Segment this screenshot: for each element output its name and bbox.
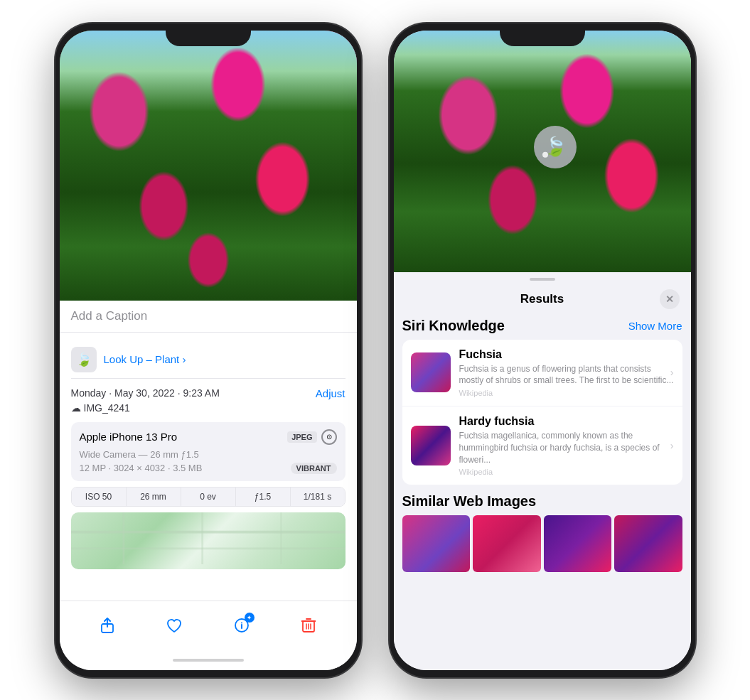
- lookup-row[interactable]: 🍃 Look Up – Plant ›: [71, 341, 345, 379]
- right-phone: 🍃 Results ✕ Siri Knowledge Show More: [390, 23, 695, 677]
- trash-button[interactable]: [294, 611, 323, 640]
- right-photo-area: 🍃: [394, 31, 691, 272]
- drag-handle[interactable]: [530, 278, 555, 281]
- similar-section: Similar Web Images: [402, 493, 682, 572]
- device-row: Apple iPhone 13 Pro JPEG ⊙ Wide Camera —…: [71, 422, 345, 481]
- fuchsia-name: Fuchsia: [459, 348, 674, 361]
- jpeg-badge: JPEG: [287, 431, 316, 443]
- vibrant-badge: VIBRANT: [291, 463, 337, 474]
- right-notch: [500, 23, 585, 46]
- toolbar: ✦: [60, 601, 357, 650]
- hardy-fuchsia-name: Hardy fuchsia: [459, 415, 674, 428]
- svg-point-8: [241, 623, 242, 624]
- exif-shutter: 1/181 s: [291, 488, 345, 506]
- exif-iso: ISO 50: [72, 488, 127, 506]
- meta-date: Monday · May 30, 2022 · 9:23 AM: [71, 387, 220, 399]
- siri-knowledge-title: Siri Knowledge: [402, 318, 505, 334]
- similar-img-2[interactable]: [473, 515, 541, 572]
- exif-row: ISO 50 26 mm 0 ev ƒ1.5 1/181 s: [71, 487, 345, 507]
- mp-text: 12 MP · 3024 × 4032 · 3.5 MB: [80, 463, 203, 473]
- results-header: Results ✕: [394, 286, 691, 318]
- notch: [166, 23, 251, 46]
- siri-knowledge-header: Siri Knowledge Show More: [402, 318, 682, 334]
- hardy-fuchsia-thumb: [411, 426, 451, 465]
- left-phone: Add a Caption 🍃 Look Up – Plant › Monday…: [55, 23, 361, 677]
- device-badges: JPEG ⊙: [287, 429, 336, 445]
- exif-ev: 0 ev: [181, 488, 236, 506]
- caption-area[interactable]: Add a Caption: [60, 301, 357, 333]
- device-header: Apple iPhone 13 Pro JPEG ⊙: [80, 429, 337, 445]
- similar-img-4[interactable]: [614, 515, 682, 572]
- caption-placeholder[interactable]: Add a Caption: [71, 309, 148, 323]
- similar-img-1[interactable]: [402, 515, 471, 572]
- flower-image: [60, 31, 357, 301]
- map-preview[interactable]: [71, 512, 345, 569]
- close-button[interactable]: ✕: [660, 289, 680, 309]
- camera-spec: Wide Camera — 26 mm ƒ1.5: [80, 449, 337, 460]
- chevron-right-icon: ›: [670, 367, 674, 378]
- hardy-fuchsia-desc: Fuchsia magellanica, commonly known as t…: [459, 430, 674, 465]
- results-title: Results: [425, 292, 660, 306]
- results-panel: Results ✕ Siri Knowledge Show More Fuchs…: [394, 272, 691, 670]
- hardy-fuchsia-text: Hardy fuchsia Fuchsia magellanica, commo…: [459, 415, 674, 476]
- photo-area[interactable]: [60, 31, 357, 301]
- camera-icon: ⊙: [321, 429, 337, 445]
- show-more-button[interactable]: Show More: [628, 320, 682, 332]
- similar-images: [402, 515, 682, 572]
- info-badge: ✦: [245, 613, 255, 623]
- siri-dot: [542, 151, 548, 157]
- hardy-fuchsia-source: Wikipedia: [459, 468, 674, 476]
- lookup-text: Look Up – Plant ›: [104, 353, 186, 365]
- cloud-icon: ☁: [71, 402, 81, 414]
- knowledge-card: Fuchsia Fuchsia is a genus of flowering …: [402, 340, 682, 485]
- exif-mm: 26 mm: [127, 488, 181, 506]
- chevron-right-icon-2: ›: [670, 440, 674, 451]
- similar-img-3[interactable]: [544, 515, 612, 572]
- home-bar: [173, 659, 244, 662]
- heart-button[interactable]: [160, 611, 188, 640]
- home-indicator: [60, 650, 357, 670]
- lookup-icon: 🍃: [71, 347, 97, 372]
- meta-row: Monday · May 30, 2022 · 9:23 AM Adjust: [71, 387, 345, 399]
- adjust-button[interactable]: Adjust: [316, 387, 345, 399]
- fuchsia-thumb: [411, 352, 451, 392]
- mp-row: 12 MP · 3024 × 4032 · 3.5 MB VIBRANT: [80, 463, 337, 474]
- fuchsia-source: Wikipedia: [459, 389, 674, 397]
- fuchsia-text: Fuchsia Fuchsia is a genus of flowering …: [459, 348, 674, 398]
- right-screen: 🍃 Results ✕ Siri Knowledge Show More: [394, 31, 691, 670]
- fuchsia-desc: Fuchsia is a genus of flowering plants t…: [459, 363, 674, 387]
- left-screen: Add a Caption 🍃 Look Up – Plant › Monday…: [60, 31, 357, 670]
- info-button[interactable]: ✦: [227, 611, 256, 640]
- results-content: Siri Knowledge Show More Fuchsia Fuchsia…: [394, 318, 691, 670]
- similar-title: Similar Web Images: [402, 493, 682, 510]
- exif-aperture: ƒ1.5: [236, 488, 291, 506]
- siri-circle: 🍃: [534, 126, 577, 168]
- info-section: 🍃 Look Up – Plant › Monday · May 30, 202…: [60, 333, 357, 601]
- meta-filename: ☁ IMG_4241: [71, 402, 345, 414]
- knowledge-item-fuchsia[interactable]: Fuchsia Fuchsia is a genus of flowering …: [402, 340, 682, 407]
- share-button[interactable]: [93, 611, 122, 640]
- knowledge-item-hardy-fuchsia[interactable]: Hardy fuchsia Fuchsia magellanica, commo…: [402, 406, 682, 485]
- device-name: Apple iPhone 13 Pro: [80, 431, 178, 443]
